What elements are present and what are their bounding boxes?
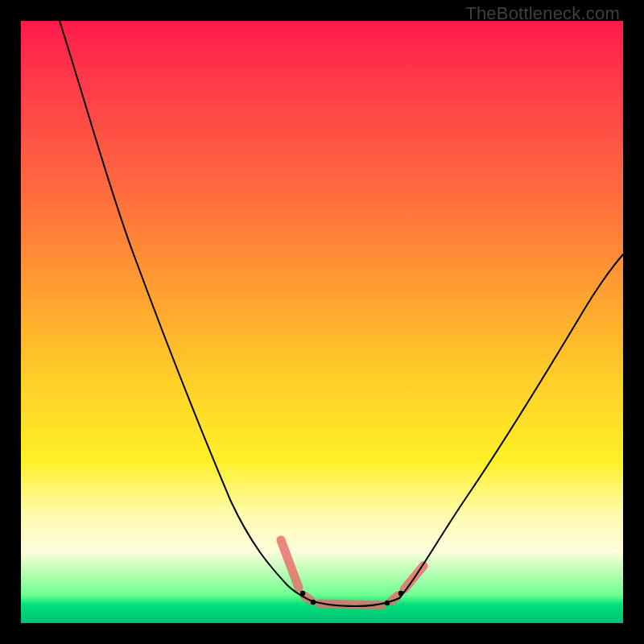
- curve-svg: [21, 21, 623, 623]
- junction-dot-2: [311, 600, 316, 605]
- main-curve-right: [399, 254, 623, 598]
- junction-dot-1: [300, 591, 305, 596]
- junction-dot-4: [398, 591, 403, 596]
- chart-canvas: TheBottleneck.com: [0, 0, 644, 644]
- junction-dot-3: [385, 601, 390, 605]
- plot-area: [21, 21, 623, 623]
- main-curve-left: [60, 21, 311, 601]
- watermark-text: TheBottleneck.com: [465, 3, 620, 24]
